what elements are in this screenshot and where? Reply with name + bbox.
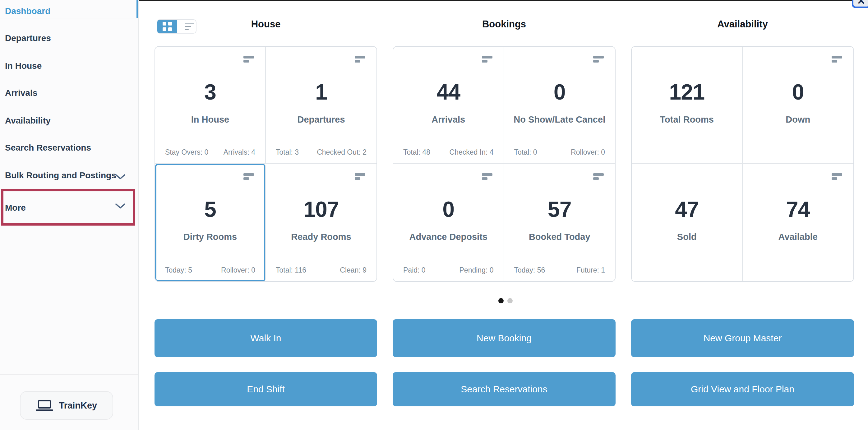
card-in-house[interactable]: 3 In House Stay Overs: 0 Arrivals: 4 <box>155 47 266 164</box>
card-menu-icon[interactable] <box>355 173 365 180</box>
card-value: 121 <box>632 80 742 105</box>
carousel-dots <box>498 298 513 304</box>
card-stat-right: Clean: 9 <box>340 266 367 275</box>
card-stat-left: Total: 48 <box>403 148 430 156</box>
laptop-icon <box>36 400 53 411</box>
card-label: Arrivals <box>393 115 504 125</box>
card-stat-left: Total: 3 <box>276 148 299 156</box>
sidebar-item-availability[interactable]: Availability <box>5 115 121 127</box>
card-stat-left: Today: 5 <box>165 266 192 275</box>
sidebar-item-in-house[interactable]: In House <box>5 60 121 72</box>
card-label: Total Rooms <box>632 115 742 125</box>
card-stat-right: Rollover: 0 <box>221 266 255 275</box>
card-stat-left: Stay Overs: 0 <box>165 148 208 156</box>
close-icon: ✕ <box>857 0 866 6</box>
card-label: No Show/Late Cancel <box>504 115 615 125</box>
card-label: Available <box>743 232 854 242</box>
card-arrivals[interactable]: 44 Arrivals Total: 48 Checked In: 4 <box>393 47 504 164</box>
card-label: Down <box>743 115 854 125</box>
new-group-master-button[interactable]: New Group Master <box>631 319 854 357</box>
card-booked-today[interactable]: 57 Booked Today Today: 56 Future: 1 <box>504 164 615 281</box>
card-stat-right: Pending: 0 <box>460 266 494 275</box>
sidebar-item-arrivals[interactable]: Arrivals <box>5 87 121 99</box>
card-no-show-late-cancel[interactable]: 0 No Show/Late Cancel Total: 0 Rollover:… <box>504 47 615 164</box>
house-card-group: 3 In House Stay Overs: 0 Arrivals: 4 1 D… <box>155 46 377 282</box>
card-value: 5 <box>155 197 265 222</box>
card-menu-icon[interactable] <box>243 56 254 62</box>
annotation-highlight-box <box>1 189 135 226</box>
card-stat-left: Total: 116 <box>276 266 306 275</box>
card-label: Dirty Rooms <box>155 232 265 242</box>
card-stat-right: Checked Out: 2 <box>317 148 367 156</box>
card-value: 3 <box>155 80 265 105</box>
card-menu-icon[interactable] <box>243 173 254 180</box>
card-menu-icon[interactable] <box>832 56 842 62</box>
trainkey-button[interactable]: TrainKey <box>20 391 113 420</box>
card-value: 0 <box>743 80 854 105</box>
sidebar-item-search-reservations[interactable]: Search Reservations <box>5 142 121 154</box>
card-total-rooms[interactable]: 121 Total Rooms <box>632 47 743 164</box>
card-value: 44 <box>393 80 504 105</box>
search-reservations-button[interactable]: Search Reservations <box>393 372 616 406</box>
section-title-bookings: Bookings <box>393 19 616 31</box>
chevron-down-icon <box>115 174 126 180</box>
card-label: Advance Deposits <box>393 232 504 242</box>
card-menu-icon[interactable] <box>593 173 604 180</box>
sidebar-item-bulk-routing-postings[interactable]: Bulk Routing and Postings <box>5 169 121 182</box>
section-title-availability: Availability <box>631 19 854 31</box>
end-shift-button[interactable]: End Shift <box>155 372 377 406</box>
card-sold[interactable]: 47 Sold <box>632 164 743 281</box>
sidebar-item-departures[interactable]: Departures <box>5 32 121 45</box>
section-title-house: House <box>155 19 377 31</box>
card-value: 0 <box>504 80 615 105</box>
card-menu-icon[interactable] <box>593 56 604 62</box>
availability-card-group: 121 Total Rooms 0 Down 47 Sold 74 Availa… <box>631 46 854 282</box>
card-label: In House <box>155 115 265 125</box>
card-departures[interactable]: 1 Departures Total: 3 Checked Out: 2 <box>266 47 376 164</box>
card-stat-right: Rollover: 0 <box>571 148 605 156</box>
modal-top-border <box>139 0 868 1</box>
card-menu-icon[interactable] <box>482 56 492 62</box>
dashboard-page: Dashboard Departures In House Arrivals A… <box>0 0 868 430</box>
divider <box>0 18 138 18</box>
card-value: 0 <box>393 197 504 222</box>
card-stat-left: Today: 56 <box>514 266 545 275</box>
card-advance-deposits[interactable]: 0 Advance Deposits Paid: 0 Pending: 0 <box>393 164 504 281</box>
card-stat-right: Arrivals: 4 <box>223 148 255 156</box>
card-stat-right: Checked In: 4 <box>450 148 494 156</box>
divider <box>0 374 138 375</box>
grid-view-floor-plan-button[interactable]: Grid View and Floor Plan <box>631 372 854 406</box>
card-stat-right: Future: 1 <box>577 266 605 275</box>
card-value: 107 <box>266 197 376 222</box>
card-menu-icon[interactable] <box>482 173 492 180</box>
trainkey-label: TrainKey <box>59 400 97 411</box>
sidebar-item-dashboard[interactable]: Dashboard <box>5 5 121 18</box>
card-value: 47 <box>632 197 742 222</box>
card-menu-icon[interactable] <box>832 173 842 180</box>
card-label: Departures <box>266 115 376 125</box>
card-value: 74 <box>743 197 854 222</box>
carousel-dot-2[interactable] <box>507 298 513 304</box>
card-label: Booked Today <box>504 232 615 242</box>
card-menu-icon[interactable] <box>355 56 365 62</box>
walk-in-button[interactable]: Walk In <box>155 319 377 357</box>
bookings-card-group: 44 Arrivals Total: 48 Checked In: 4 0 No… <box>393 46 616 282</box>
card-dirty-rooms[interactable]: 5 Dirty Rooms Today: 5 Rollover: 0 <box>155 164 266 281</box>
card-ready-rooms[interactable]: 107 Ready Rooms Total: 116 Clean: 9 <box>266 164 376 281</box>
carousel-dot-1[interactable] <box>498 298 504 304</box>
close-button[interactable]: ✕ <box>852 0 868 8</box>
card-value: 57 <box>504 197 615 222</box>
card-down[interactable]: 0 Down <box>743 47 854 164</box>
card-label: Ready Rooms <box>266 232 376 242</box>
card-stat-left: Total: 0 <box>514 148 537 156</box>
card-stat-left: Paid: 0 <box>403 266 426 275</box>
card-value: 1 <box>266 80 376 105</box>
card-available[interactable]: 74 Available <box>743 164 854 281</box>
active-item-indicator <box>136 0 138 18</box>
sidebar: Dashboard Departures In House Arrivals A… <box>0 0 139 430</box>
card-label: Sold <box>632 232 742 242</box>
new-booking-button[interactable]: New Booking <box>393 319 616 357</box>
